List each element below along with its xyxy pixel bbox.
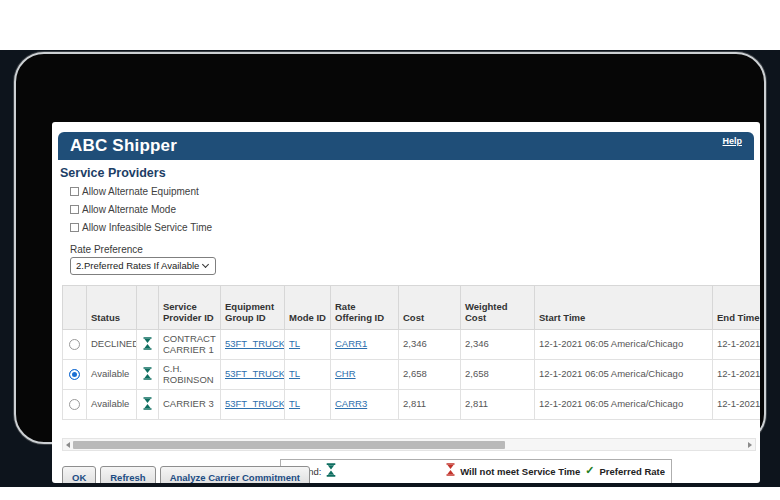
check-icon: ✓ bbox=[585, 463, 594, 477]
row-select-radio[interactable] bbox=[69, 339, 80, 350]
scrollbar-thumb[interactable] bbox=[73, 441, 505, 449]
status-cell: DECLINED bbox=[87, 330, 137, 360]
hourglass-icon bbox=[326, 463, 336, 477]
analyze-carrier-commitment-button[interactable]: Analyze Carrier Commitment bbox=[160, 466, 310, 483]
start-time-cell: 12-1-2021 06:05 America/Chicago bbox=[535, 390, 713, 420]
weighted-cost-cell: 2,346 bbox=[461, 330, 535, 360]
page-title: Service Providers bbox=[60, 166, 166, 180]
arrow-right-icon[interactable] bbox=[748, 442, 752, 448]
column-header-equipment-group-id: Equipment Group ID bbox=[221, 286, 285, 330]
status-cell: Available bbox=[87, 360, 137, 390]
status-cell: Available bbox=[87, 390, 137, 420]
allow-alternate-mode-checkbox[interactable] bbox=[70, 205, 79, 214]
column-header-rate-offering-id: Rate Offering ID bbox=[331, 286, 399, 330]
service-provider-cell: CARRIER 3 bbox=[159, 390, 221, 420]
allow-infeasible-service-time-checkbox[interactable] bbox=[70, 223, 79, 232]
allow-alternate-equipment-checkbox[interactable] bbox=[70, 187, 79, 196]
checkbox-label: Allow Alternate Mode bbox=[82, 204, 176, 215]
rate-offering-link[interactable]: CARR3 bbox=[335, 398, 367, 409]
option-row: Allow Alternate Equipment bbox=[70, 185, 199, 197]
equipment-group-link[interactable]: 53FT_TRUCK bbox=[225, 338, 285, 349]
legend-preferred-text: Preferred Rate bbox=[600, 463, 665, 477]
weighted-cost-cell: 2,658 bbox=[461, 360, 535, 390]
rate-preference-value: 2.Preferred Rates If Available bbox=[76, 258, 199, 274]
service-provider-cell: CONTRACT CARRIER 1 bbox=[159, 330, 221, 360]
option-row: Allow Alternate Mode bbox=[70, 203, 176, 215]
column-header-start-time: Start Time bbox=[535, 286, 713, 330]
arrow-left-icon[interactable] bbox=[66, 442, 70, 448]
hourglass-icon bbox=[143, 397, 152, 410]
table-row: DECLINED CONTRACT CARRIER 1 53FT_TRUCK T… bbox=[63, 330, 761, 360]
mode-link[interactable]: TL bbox=[289, 338, 300, 349]
legend-warning-text: Will not meet Service Time bbox=[460, 463, 580, 477]
row-select-radio[interactable] bbox=[69, 399, 80, 410]
equipment-group-link[interactable]: 53FT_TRUCK bbox=[225, 398, 285, 409]
column-header-service-provider-id: Service Provider ID bbox=[159, 286, 221, 330]
column-header-select bbox=[63, 286, 87, 330]
end-time-cell: 12-1-2021 bbox=[713, 330, 761, 360]
stage: ABC Shipper Help Service Providers Allow… bbox=[0, 0, 780, 500]
weighted-cost-cell: 2,811 bbox=[461, 390, 535, 420]
ok-button[interactable]: OK bbox=[62, 466, 96, 483]
chevron-down-icon bbox=[202, 261, 209, 268]
rate-offering-link[interactable]: CARR1 bbox=[335, 338, 367, 349]
checkbox-label: Allow Infeasible Service Time bbox=[82, 222, 212, 233]
table-row: Available C.H. ROBINSON 53FT_TRUCK TL CH… bbox=[63, 360, 761, 390]
legend-box: Legend: Will not meet Service Time ✓ Pre… bbox=[280, 459, 672, 483]
app-title: ABC Shipper bbox=[70, 132, 177, 160]
hourglass-icon bbox=[143, 367, 152, 380]
tablet-frame: ABC Shipper Help Service Providers Allow… bbox=[14, 52, 766, 444]
end-time-cell: 12-1-2021 bbox=[713, 390, 761, 420]
cost-cell: 2,658 bbox=[399, 360, 461, 390]
rate-preference-select[interactable]: 2.Preferred Rates If Available bbox=[70, 257, 216, 275]
column-header-flag bbox=[137, 286, 159, 330]
bottom-toolbar: OK Refresh Analyze Carrier Commitment bbox=[62, 466, 310, 483]
mode-link[interactable]: TL bbox=[289, 398, 300, 409]
checkbox-label: Allow Alternate Equipment bbox=[82, 186, 199, 197]
refresh-button[interactable]: Refresh bbox=[100, 466, 155, 483]
column-header-weighted-cost: Weighted Cost bbox=[461, 286, 535, 330]
table-row: Available CARRIER 3 53FT_TRUCK TL CARR3 … bbox=[63, 390, 761, 420]
hourglass-icon bbox=[143, 337, 152, 350]
service-provider-cell: C.H. ROBINSON bbox=[159, 360, 221, 390]
row-select-radio[interactable] bbox=[69, 369, 80, 380]
end-time-cell: 12-1-2021 bbox=[713, 360, 761, 390]
service-providers-table: Status Service Provider ID Equipment Gro… bbox=[62, 285, 760, 420]
column-header-mode-id: Mode ID bbox=[285, 286, 331, 330]
horizontal-scrollbar[interactable] bbox=[62, 438, 756, 451]
rate-offering-link[interactable]: CHR bbox=[335, 368, 356, 379]
equipment-group-link[interactable]: 53FT_TRUCK bbox=[225, 368, 285, 379]
cost-cell: 2,346 bbox=[399, 330, 461, 360]
start-time-cell: 12-1-2021 06:05 America/Chicago bbox=[535, 360, 713, 390]
start-time-cell: 12-1-2021 06:05 America/Chicago bbox=[535, 330, 713, 360]
titlebar: ABC Shipper Help bbox=[58, 132, 754, 160]
column-header-cost: Cost bbox=[399, 286, 461, 330]
cost-cell: 2,811 bbox=[399, 390, 461, 420]
rate-preference-label: Rate Preference bbox=[70, 244, 143, 255]
app-screen: ABC Shipper Help Service Providers Allow… bbox=[52, 122, 760, 483]
mode-link[interactable]: TL bbox=[289, 368, 300, 379]
table-header-row: Status Service Provider ID Equipment Gro… bbox=[63, 286, 761, 330]
column-header-end-time: End Time bbox=[713, 286, 761, 330]
help-link[interactable]: Help bbox=[722, 136, 742, 146]
option-row: Allow Infeasible Service Time bbox=[70, 221, 212, 233]
column-header-status: Status bbox=[87, 286, 137, 330]
hourglass-warning-icon bbox=[446, 463, 455, 476]
